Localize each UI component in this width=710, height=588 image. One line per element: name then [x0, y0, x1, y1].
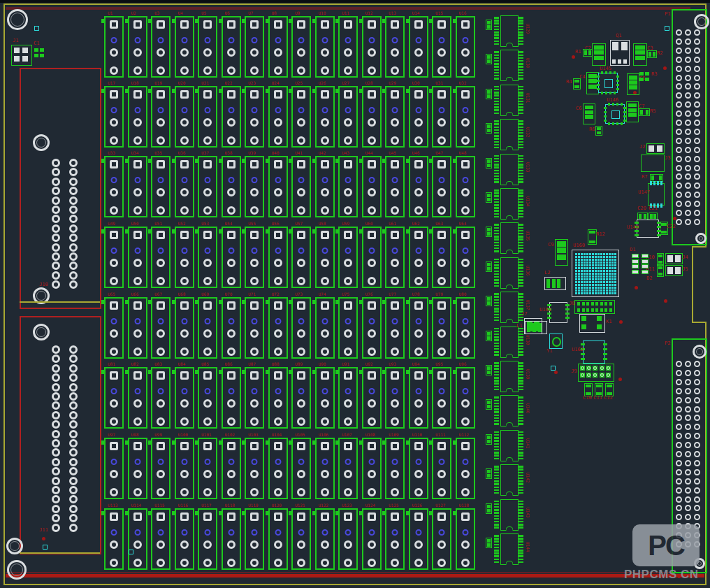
bypass-cap-footprint[interactable] [486, 54, 492, 64]
bypass-cap-footprint[interactable] [486, 434, 492, 445]
xtal-footprint[interactable] [549, 334, 563, 349]
cap3v-footprint[interactable] [633, 43, 647, 66]
relay-footprint[interactable]: U64 [456, 227, 475, 288]
relay-footprint[interactable]: U109 [385, 438, 405, 499]
soic-ic-footprint[interactable]: U135 [493, 222, 526, 252]
sq4-footprint[interactable] [579, 314, 605, 333]
hdr2x5h-footprint[interactable] [578, 364, 614, 382]
relay-footprint[interactable]: U73 [291, 297, 311, 359]
relay-footprint[interactable]: U114 [128, 508, 147, 570]
relay-footprint[interactable]: U66 [128, 297, 147, 359]
relay-footprint[interactable]: U33 [104, 156, 124, 217]
relay-footprint[interactable]: U110 [409, 438, 428, 499]
bypass-cap-footprint[interactable] [486, 365, 492, 375]
bypass-cap-footprint[interactable] [486, 331, 492, 341]
soic-ic-footprint[interactable]: U137 [493, 292, 526, 322]
relay-footprint[interactable]: U35 [151, 156, 171, 217]
relay-footprint[interactable]: U36 [175, 156, 194, 217]
relay-footprint[interactable]: U34 [128, 156, 147, 217]
hdr2x8-footprint[interactable] [574, 300, 615, 314]
chip_tb-footprint[interactable] [648, 183, 665, 206]
cap3v-footprint[interactable] [583, 103, 595, 124]
term3-footprint[interactable] [641, 155, 665, 172]
relay-footprint[interactable]: U63 [432, 227, 451, 288]
relay-footprint[interactable]: U74 [315, 297, 335, 359]
relay-footprint[interactable]: U69 [198, 297, 217, 359]
relay-footprint[interactable]: U90 [315, 367, 335, 429]
relay-footprint[interactable]: U5 [198, 16, 217, 78]
r2v-footprint[interactable] [573, 78, 581, 89]
padpairw-footprint[interactable] [646, 143, 665, 154]
relay-footprint[interactable]: U128 [456, 508, 475, 570]
relay-footprint[interactable]: U81 [104, 367, 124, 429]
relay-footprint[interactable]: U97 [104, 438, 124, 499]
edge-connector-left[interactable] [20, 68, 101, 309]
relay-footprint[interactable]: U7 [245, 16, 264, 78]
relay-footprint[interactable]: U40 [268, 156, 288, 217]
soic-ic-footprint[interactable]: U136 [493, 257, 526, 287]
relay-footprint[interactable]: U126 [409, 508, 428, 570]
edge-connector-right[interactable] [672, 9, 707, 245]
relay-footprint[interactable]: U122 [315, 508, 335, 570]
soic-ic-footprint[interactable]: U132 [493, 119, 526, 149]
relay-footprint[interactable]: U92 [362, 367, 382, 429]
relay-footprint[interactable]: U3 [151, 16, 171, 78]
relay-footprint[interactable]: U20 [175, 86, 194, 148]
cap3v-footprint[interactable] [555, 239, 568, 266]
relay-footprint[interactable]: U23 [245, 86, 264, 148]
relay-footprint[interactable]: U32 [456, 86, 475, 148]
relay-footprint[interactable]: U55 [245, 227, 264, 288]
relay-footprint[interactable]: U93 [385, 367, 405, 429]
relay-footprint[interactable]: U101 [198, 438, 217, 499]
relay-footprint[interactable]: U61 [385, 227, 405, 288]
relay-footprint[interactable]: U25 [291, 86, 311, 148]
relay-footprint[interactable]: U80 [456, 297, 475, 359]
relay-footprint[interactable]: U28 [362, 86, 382, 148]
soic-ic-footprint[interactable]: U130 [493, 50, 526, 80]
bypass-cap-footprint[interactable] [486, 261, 492, 272]
relay-footprint[interactable]: U60 [362, 227, 382, 288]
relay-footprint[interactable]: U54 [222, 227, 241, 288]
relay-footprint[interactable]: U103 [245, 438, 264, 499]
edge-connector-left[interactable] [20, 316, 101, 554]
relay-footprint[interactable]: U27 [338, 86, 358, 148]
soic-ic-footprint[interactable]: U131 [493, 85, 526, 115]
qfp-footprint[interactable] [598, 73, 618, 93]
relay-footprint[interactable]: U107 [338, 438, 358, 499]
soic-ic-footprint[interactable]: U129 [493, 15, 526, 45]
relay-footprint[interactable]: U59 [338, 227, 358, 288]
relay-footprint[interactable]: U56 [268, 227, 288, 288]
soic8-footprint[interactable] [549, 302, 567, 323]
relay-footprint[interactable]: U65 [104, 297, 124, 359]
soic-ic-footprint[interactable]: U142 [493, 464, 526, 494]
relay-footprint[interactable]: U58 [315, 227, 335, 288]
padpairw-footprint[interactable] [665, 265, 683, 276]
relay-footprint[interactable]: U47 [432, 156, 451, 217]
relay-footprint[interactable]: U4 [175, 16, 194, 78]
relay-footprint[interactable]: U121 [291, 508, 311, 570]
relay-footprint[interactable]: U38 [222, 156, 241, 217]
soic-ic-footprint[interactable]: U140 [493, 395, 526, 425]
relay-footprint[interactable]: U21 [198, 86, 217, 148]
r2v-footprint[interactable] [657, 265, 664, 277]
relay-footprint[interactable]: U68 [175, 297, 194, 359]
relay-footprint[interactable]: U127 [432, 508, 451, 570]
pads4w-footprint[interactable] [11, 45, 32, 66]
relay-footprint[interactable]: U86 [222, 367, 241, 429]
relay-footprint[interactable]: U22 [222, 86, 241, 148]
icv-footprint[interactable] [583, 340, 605, 364]
relay-footprint[interactable]: U89 [291, 367, 311, 429]
relay-footprint[interactable]: U118 [222, 508, 241, 570]
tri3-footprint[interactable] [525, 321, 547, 334]
relay-footprint[interactable]: U76 [362, 297, 382, 359]
relay-footprint[interactable]: U2 [128, 16, 147, 78]
relay-footprint[interactable]: U85 [198, 367, 217, 429]
pads4g-footprint[interactable] [639, 71, 651, 80]
relay-footprint[interactable]: U79 [432, 297, 451, 359]
relay-footprint[interactable]: U1 [104, 16, 124, 78]
relay-footprint[interactable]: U41 [291, 156, 311, 217]
relay-footprint[interactable]: U75 [338, 297, 358, 359]
relay-footprint[interactable]: U113 [104, 508, 124, 570]
bypass-cap-footprint[interactable] [486, 123, 492, 134]
relay-footprint[interactable]: U52 [175, 227, 194, 288]
